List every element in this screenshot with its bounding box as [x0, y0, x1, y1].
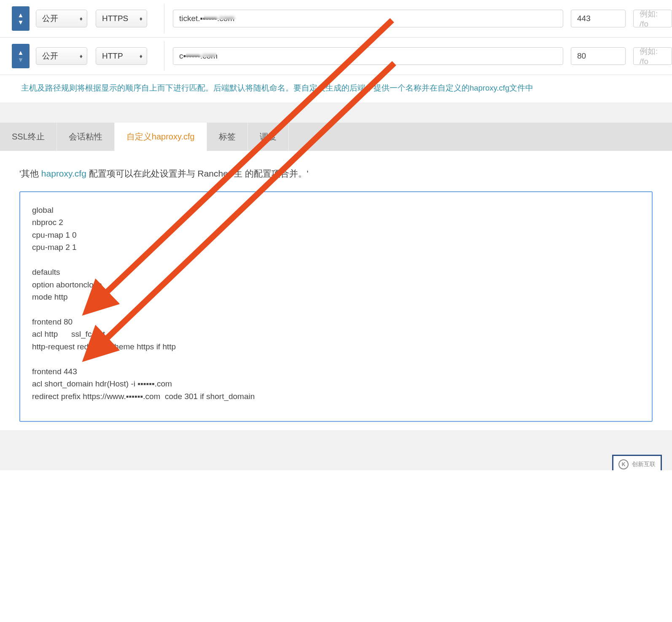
rule-row: ▲ ▼ 公开 ♦ HTTPS ♦ ticket.▪▪▪▪▪▪.com 443 例…	[0, 0, 672, 38]
tab-ssl[interactable]: SSL终止	[0, 123, 57, 151]
tab-schedule[interactable]: 调度	[248, 123, 289, 151]
rules-table: ▲ ▼ 公开 ♦ HTTPS ♦ ticket.▪▪▪▪▪▪.com 443 例…	[0, 0, 672, 102]
select-caret-icon: ♦	[80, 53, 83, 59]
reorder-control[interactable]: ▲ ▼	[12, 44, 30, 68]
port-input[interactable]: 80	[571, 47, 626, 65]
haproxy-config-textarea[interactable]: global nbproc 2 cpu-map 1 0 cpu-map 2 1 …	[19, 191, 653, 422]
tab-label[interactable]: 标签	[207, 123, 248, 151]
bottom-gap	[0, 430, 672, 450]
access-select[interactable]: 公开 ♦	[36, 47, 87, 65]
desc-prefix: '其他	[19, 169, 41, 178]
brand-logo: K 创新互联	[612, 455, 662, 470]
rule-row: ▲ ▼ 公开 ♦ HTTP ♦ c▪▪▪▪▪▪.com 80 例如: /fo	[0, 38, 672, 75]
path-placeholder: 例如: /fo	[640, 46, 666, 66]
tab-content: '其他 haproxy.cfg 配置项可以在此处设置并与 Rancher 生 的…	[0, 151, 672, 430]
rules-hint: 主机及路径规则将根据显示的顺序自上而下进行匹配。后端默认将随机命名。要自定义生成…	[0, 75, 672, 102]
select-caret-icon: ♦	[80, 15, 83, 22]
access-select[interactable]: 公开 ♦	[36, 10, 87, 27]
section-gap	[0, 102, 672, 123]
port-value: 443	[577, 14, 591, 23]
tab-custom-haproxy[interactable]: 自定义haproxy.cfg	[115, 123, 207, 151]
path-placeholder: 例如: /fo	[640, 8, 666, 29]
port-value: 80	[577, 51, 586, 61]
access-value: 公开	[42, 13, 58, 24]
logo-text: 创新互联	[632, 461, 656, 468]
logo-mark-icon: K	[618, 459, 629, 469]
host-input[interactable]: c▪▪▪▪▪▪.com	[173, 47, 563, 65]
access-value: 公开	[42, 51, 58, 62]
protocol-value: HTTPS	[102, 14, 128, 23]
path-input[interactable]: 例如: /fo	[633, 10, 672, 27]
config-description: '其他 haproxy.cfg 配置项可以在此处设置并与 Rancher 生 的…	[19, 168, 653, 180]
port-input[interactable]: 443	[571, 10, 626, 27]
move-down-icon[interactable]: ▼	[18, 56, 24, 63]
select-caret-icon: ♦	[140, 15, 142, 22]
protocol-value: HTTP	[102, 51, 123, 61]
protocol-select[interactable]: HTTP ♦	[96, 47, 147, 65]
divider	[164, 41, 164, 71]
divider	[164, 4, 164, 33]
logo-bar: K 创新互联	[0, 450, 672, 470]
tab-spacer	[289, 123, 672, 151]
host-input[interactable]: ticket.▪▪▪▪▪▪.com	[173, 10, 563, 27]
tabs-bar: SSL终止 会话粘性 自定义haproxy.cfg 标签 调度	[0, 123, 672, 151]
protocol-select[interactable]: HTTPS ♦	[96, 10, 147, 27]
desc-link[interactable]: haproxy.cfg	[41, 169, 86, 178]
select-caret-icon: ♦	[140, 53, 142, 59]
reorder-control[interactable]: ▲ ▼	[12, 6, 30, 31]
path-input[interactable]: 例如: /fo	[633, 47, 672, 65]
desc-suffix: 配置项可以在此处设置并与 Rancher 生 的配置项合并。'	[86, 169, 309, 178]
host-value: c▪▪▪▪▪▪.com	[179, 51, 218, 61]
move-up-icon[interactable]: ▲	[18, 49, 24, 56]
move-down-icon[interactable]: ▼	[18, 19, 24, 25]
tab-sticky[interactable]: 会话粘性	[57, 123, 115, 151]
move-up-icon[interactable]: ▲	[18, 12, 24, 18]
host-value: ticket.▪▪▪▪▪▪.com	[179, 14, 234, 23]
